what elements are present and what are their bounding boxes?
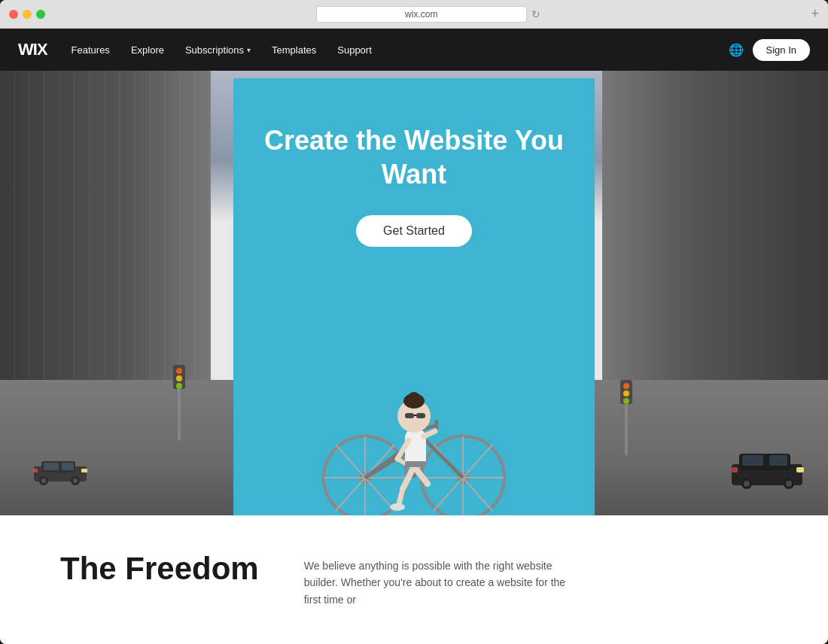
suv-right — [730, 448, 805, 489]
nav-templates[interactable]: Templates — [272, 44, 316, 56]
traffic-light-right — [620, 380, 632, 455]
browser-window: wix.com ↻ + WIX Features Explore Subscri… — [0, 0, 828, 644]
nav-features[interactable]: Features — [72, 44, 110, 56]
hero-panel: Create the Website You Want Get Started — [233, 78, 595, 515]
svg-point-7 — [623, 383, 629, 389]
signin-button[interactable]: Sign In — [753, 39, 810, 61]
car-left — [30, 455, 90, 485]
svg-point-2 — [176, 368, 182, 374]
nav-support[interactable]: Support — [337, 44, 372, 56]
refresh-icon[interactable]: ↻ — [531, 8, 540, 20]
svg-rect-13 — [62, 463, 74, 470]
svg-rect-58 — [405, 413, 414, 418]
svg-line-54 — [424, 431, 435, 436]
svg-point-27 — [786, 481, 792, 487]
svg-rect-19 — [33, 469, 38, 472]
browser-addressbar: wix.com ↻ — [51, 6, 805, 23]
chevron-down-icon: ▾ — [247, 46, 251, 54]
browser-titlebar: wix.com ↻ + — [0, 0, 828, 29]
svg-point-61 — [390, 503, 405, 511]
new-tab-button[interactable]: + — [811, 6, 819, 22]
svg-rect-23 — [769, 455, 787, 466]
hero-section: Create the Website You Want Get Started — [0, 71, 828, 515]
nav-subscriptions[interactable]: Subscriptions ▾ — [185, 44, 251, 56]
wix-logo[interactable]: WIX — [18, 40, 47, 59]
svg-rect-29 — [732, 467, 738, 472]
dot-close[interactable] — [9, 10, 18, 19]
svg-rect-62 — [405, 461, 426, 467]
hero-headline: Create the Website You Want — [233, 123, 595, 191]
navbar: WIX Features Explore Subscriptions ▾ Tem… — [0, 29, 828, 71]
svg-point-4 — [176, 383, 182, 389]
nav-links: Features Explore Subscriptions ▾ Templat… — [72, 44, 729, 56]
svg-point-17 — [73, 478, 78, 483]
browser-traffic-lights — [9, 10, 45, 19]
svg-point-8 — [623, 390, 629, 396]
below-fold-description: We believe anything is possible with the… — [304, 551, 575, 608]
svg-point-25 — [744, 481, 750, 487]
svg-rect-22 — [742, 455, 763, 466]
svg-rect-12 — [44, 463, 59, 470]
get-started-button[interactable]: Get Started — [356, 215, 472, 247]
nav-explore[interactable]: Explore — [131, 44, 164, 56]
hero-illustration — [286, 320, 542, 515]
svg-rect-28 — [796, 467, 804, 472]
svg-line-49 — [399, 489, 403, 504]
dot-minimize[interactable] — [23, 10, 32, 19]
url-bar[interactable]: wix.com — [316, 6, 527, 23]
svg-rect-59 — [416, 413, 425, 418]
svg-point-3 — [176, 375, 182, 381]
svg-rect-18 — [81, 469, 87, 472]
dot-maximize[interactable] — [36, 10, 45, 19]
nav-right: 🌐 Sign In — [729, 39, 810, 61]
below-fold-title: The Freedom — [60, 551, 259, 586]
traffic-light-left — [173, 365, 185, 440]
svg-point-57 — [408, 392, 420, 404]
below-fold-section: The Freedom We believe anything is possi… — [0, 515, 828, 644]
svg-point-9 — [623, 398, 629, 404]
globe-icon[interactable]: 🌐 — [729, 43, 744, 57]
svg-point-15 — [41, 478, 46, 483]
website-content: WIX Features Explore Subscriptions ▾ Tem… — [0, 29, 828, 644]
